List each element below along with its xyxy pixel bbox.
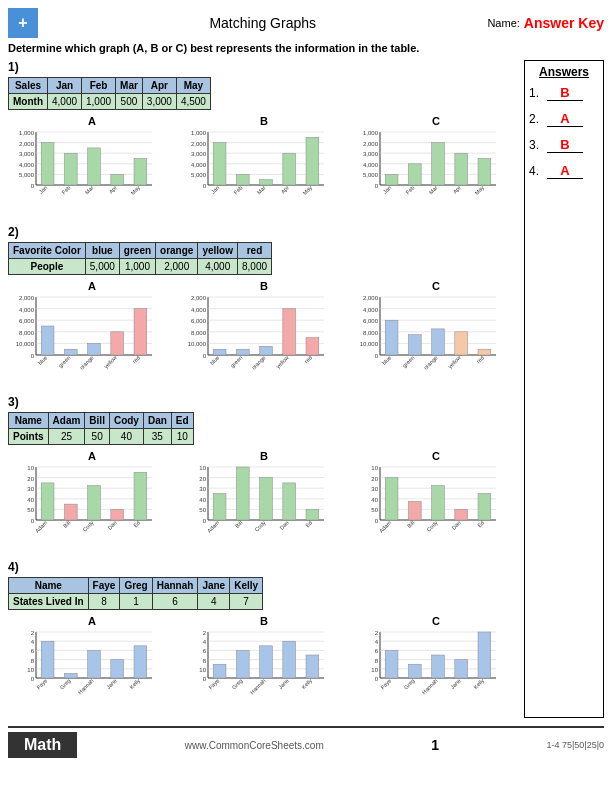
svg-text:0: 0 [203, 353, 207, 359]
svg-text:Cody: Cody [81, 519, 94, 532]
table-data-cell: 500 [116, 94, 143, 110]
svg-text:Mar: Mar [428, 184, 439, 195]
svg-text:Faye: Faye [207, 677, 220, 690]
svg-text:Jane: Jane [105, 677, 118, 690]
svg-text:May: May [302, 184, 314, 196]
data-table: SalesJanFebMarAprMayMonth4,0001,0005003,… [8, 77, 211, 110]
svg-rect-176 [236, 467, 249, 520]
answer-val: A [560, 111, 569, 126]
svg-text:Jan: Jan [38, 184, 49, 195]
table-row-label: Points [9, 429, 49, 445]
graphs-row: A50403020100AdamBillCodyDanEdB5040302010… [8, 450, 520, 550]
graph-container: B5,0004,0003,0002,0001,0000JanFebMarAprM… [180, 115, 348, 215]
svg-text:orange: orange [250, 354, 266, 370]
svg-text:50: 50 [371, 507, 378, 513]
question-block: 3)NameAdamBillCodyDanEdPoints2550403510A… [8, 395, 520, 550]
svg-rect-266 [385, 650, 398, 678]
table-header-cell: Mar [116, 78, 143, 94]
svg-text:30: 30 [199, 486, 206, 492]
svg-text:Greg: Greg [403, 677, 416, 690]
graph-label: B [180, 615, 348, 627]
svg-text:Kelly: Kelly [300, 677, 313, 690]
svg-rect-130 [408, 335, 421, 355]
graphs-row: A10,0008,0006,0004,0002,0000bluegreenora… [8, 280, 520, 385]
graph-container: A5,0004,0003,0002,0001,0000JanFebMarAprM… [8, 115, 176, 215]
svg-rect-44 [306, 137, 319, 185]
graph-container: A50403020100AdamBillCodyDanEd [8, 450, 176, 550]
svg-text:10,000: 10,000 [16, 341, 35, 347]
svg-text:Adam: Adam [378, 519, 393, 534]
data-table: NameAdamBillCodyDanEdPoints2550403510 [8, 412, 194, 445]
answer-num: 4. [529, 164, 545, 178]
svg-rect-228 [134, 646, 147, 678]
svg-text:8,000: 8,000 [191, 330, 207, 336]
svg-text:8: 8 [31, 658, 35, 664]
chart-svg: 5,0004,0003,0002,0001,0000JanFebMarAprMa… [8, 128, 156, 213]
svg-rect-220 [41, 641, 54, 678]
table-row-label: Month [9, 94, 48, 110]
svg-text:Apr: Apr [108, 184, 118, 194]
svg-text:yellow: yellow [103, 354, 118, 369]
answer-num: 3. [529, 138, 545, 152]
chart-svg: 50403020100AdamBillCodyDanEd [352, 463, 500, 548]
svg-text:blue: blue [381, 354, 393, 366]
question-num: 2) [8, 225, 520, 239]
svg-text:0: 0 [375, 676, 379, 682]
question-block: 4)NameFayeGregHannahJaneKellyStates Live… [8, 560, 520, 708]
svg-rect-224 [88, 650, 101, 678]
svg-text:10,000: 10,000 [188, 341, 207, 347]
svg-text:6: 6 [31, 648, 35, 654]
svg-rect-63 [432, 143, 445, 185]
chart-svg: 10,0008,0006,0004,0002,0000bluegreenoran… [352, 293, 500, 383]
table-data-cell: 6 [152, 594, 198, 610]
svg-text:20: 20 [27, 476, 34, 482]
table-header-cell: red [237, 243, 271, 259]
graph-label: A [8, 615, 176, 627]
instruction: Determine which graph (A, B or C) best r… [8, 42, 604, 54]
svg-text:0: 0 [375, 183, 379, 189]
question-num: 4) [8, 560, 520, 574]
chart-svg: 50403020100AdamBillCodyDanEd [8, 463, 156, 548]
footer: Math www.CommonCoreSheets.com 1 1-4 75|5… [8, 726, 604, 758]
svg-text:2,000: 2,000 [19, 295, 35, 301]
answer-line: A [547, 111, 583, 127]
svg-rect-19 [111, 174, 124, 185]
graphs-row: A5,0004,0003,0002,0001,0000JanFebMarAprM… [8, 115, 520, 215]
chart-svg: 1086420FayeGregHannahJaneKelly [180, 628, 328, 706]
answers-title: Answers [529, 65, 599, 79]
svg-text:8,000: 8,000 [19, 330, 35, 336]
svg-text:0: 0 [375, 353, 379, 359]
table-data-cell: 4 [198, 594, 230, 610]
svg-text:Mar: Mar [84, 184, 95, 195]
svg-text:6: 6 [375, 648, 379, 654]
svg-text:orange: orange [78, 354, 94, 370]
svg-text:Apr: Apr [452, 184, 462, 194]
answer-line: B [547, 85, 583, 101]
svg-text:Bill: Bill [234, 519, 243, 528]
question-block: 1)SalesJanFebMarAprMayMonth4,0001,000500… [8, 60, 520, 215]
chart-svg: 1086420FayeGregHannahJaneKelly [352, 628, 500, 706]
table-row-label: States Lived In [9, 594, 89, 610]
table-header-cell: Ed [171, 413, 193, 429]
svg-rect-17 [88, 148, 101, 185]
svg-text:4,000: 4,000 [363, 162, 379, 168]
table-header-cell: Greg [120, 578, 152, 594]
svg-text:4: 4 [31, 639, 35, 645]
svg-text:Cody: Cody [425, 519, 438, 532]
table-data-cell: 4,000 [48, 94, 82, 110]
graph-container: C1086420FayeGregHannahJaneKelly [352, 615, 520, 708]
answer-num: 2. [529, 112, 545, 126]
table-header-cell: Feb [82, 78, 116, 94]
table-header-cell: Hannah [152, 578, 198, 594]
svg-text:Cody: Cody [253, 519, 266, 532]
svg-rect-245 [236, 650, 249, 678]
logo: + [8, 8, 38, 38]
svg-rect-249 [283, 641, 296, 678]
svg-text:40: 40 [199, 497, 206, 503]
svg-text:Mar: Mar [256, 184, 267, 195]
table-header-cell: Jan [48, 78, 82, 94]
svg-text:5,000: 5,000 [19, 172, 35, 178]
svg-text:2,000: 2,000 [191, 141, 207, 147]
svg-text:Greg: Greg [231, 677, 244, 690]
table-header-cell: Adam [48, 413, 85, 429]
